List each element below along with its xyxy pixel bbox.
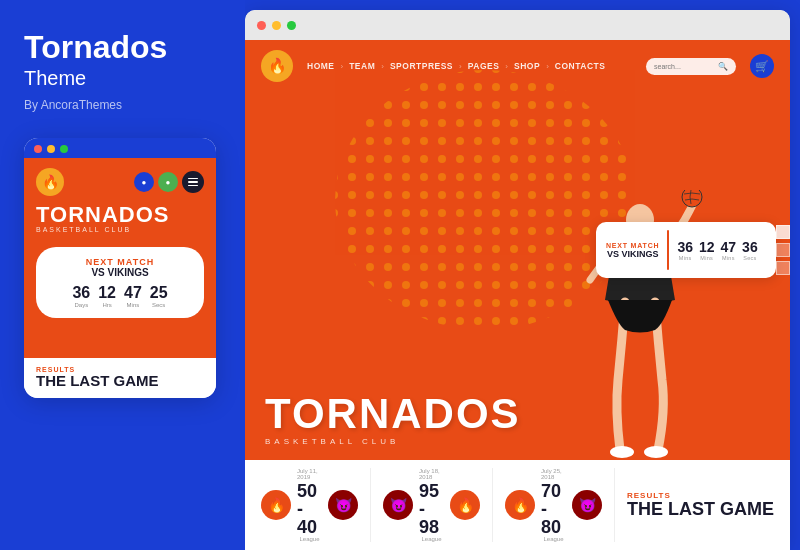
cart-icon[interactable]: 🛒 — [750, 54, 774, 78]
nav-sep: › — [546, 62, 549, 71]
nav-sportpress[interactable]: SPORTPRESS — [390, 61, 453, 71]
desktop-search-box[interactable]: 🔍 — [646, 58, 736, 75]
search-icon: 🔍 — [718, 62, 728, 71]
hamburger-line — [188, 185, 198, 187]
desktop-nav-links: HOME › TEAM › SPORTPRESS › PAGES › SHOP … — [307, 61, 632, 71]
match-num: 36 — [742, 239, 758, 255]
nav-pages[interactable]: PAGES — [468, 61, 500, 71]
hamburger-lines — [188, 178, 198, 187]
side-nav-item-2[interactable] — [776, 243, 790, 257]
mobile-topbar — [24, 138, 216, 158]
game-card-1: 🔥 July 11, 2019 50 - 40 League 😈 — [261, 468, 371, 542]
mobile-header-icons: ● ● — [134, 171, 204, 193]
match-num: 47 — [721, 239, 737, 255]
mobile-days-num: 36 — [72, 284, 90, 302]
browser-dot-green[interactable] — [287, 21, 296, 30]
mobile-days-label: Days — [74, 302, 88, 308]
match-lbl: Mins — [679, 255, 692, 261]
mobile-secs: 25 Secs — [150, 284, 168, 308]
mobile-mins: 47 Mins — [124, 284, 142, 308]
results-section: RESULTS THE LAST GAME — [627, 491, 774, 520]
theme-author: By AncoraThemes — [24, 98, 122, 112]
svg-point-4 — [644, 446, 668, 458]
team-logo-tornados-3: 🔥 — [505, 490, 535, 520]
nav-shop[interactable]: SHOP — [514, 61, 540, 71]
svg-point-3 — [610, 446, 634, 458]
nav-sep: › — [381, 62, 384, 71]
mobile-menu-button[interactable] — [182, 171, 204, 193]
game-date-2: July 18, 2018 — [419, 468, 444, 480]
browser-content: 🔥 HOME › TEAM › SPORTPRESS › PAGES › SHO… — [245, 40, 790, 550]
mobile-results-title: THE LAST GAME — [36, 373, 204, 390]
match-count-12: 12 Mins — [699, 239, 715, 261]
game-info-1: July 11, 2019 50 - 40 League — [297, 468, 322, 542]
browser-dot-red[interactable] — [257, 21, 266, 30]
match-count-36b: 36 Secs — [742, 239, 758, 261]
side-nav-item-3[interactable] — [776, 261, 790, 275]
bottom-section: 🔥 July 11, 2019 50 - 40 League 😈 😈 July … — [245, 460, 790, 550]
match-widget: NEXT MATCH VS VIKINGS 36 Mins 12 Mins 47 — [596, 222, 776, 278]
mobile-dot-yellow — [47, 145, 55, 153]
browser-panel: 🔥 HOME › TEAM › SPORTPRESS › PAGES › SHO… — [245, 10, 790, 550]
match-next-label: NEXT MATCH — [606, 242, 659, 249]
team-logo-tornados-2: 🔥 — [450, 490, 480, 520]
game-league-2: League — [421, 536, 441, 542]
nav-home[interactable]: HOME — [307, 61, 335, 71]
match-widget-info: NEXT MATCH VS VIKINGS — [606, 242, 659, 259]
match-lbl: Mins — [700, 255, 713, 261]
game-info-3: July 25, 2018 70 - 80 League — [541, 468, 566, 542]
mobile-blue-icon: ● — [134, 172, 154, 192]
mobile-next-match-label: NEXT MATCH — [48, 257, 192, 267]
hamburger-line — [188, 181, 198, 183]
desktop-logo-icon: 🔥 — [261, 50, 293, 82]
svg-point-5 — [682, 190, 702, 207]
hamburger-line — [188, 178, 198, 180]
results-title: THE LAST GAME — [627, 500, 774, 520]
mobile-club-name: BASKETBALL CLUB — [36, 226, 204, 233]
match-countdown: 36 Mins 12 Mins 47 Mins 36 Secs — [677, 239, 757, 261]
theme-subtitle: Theme — [24, 67, 86, 90]
mobile-footer: RESULTS THE LAST GAME — [24, 358, 216, 398]
browser-bar — [245, 10, 790, 40]
mobile-secs-num: 25 — [150, 284, 168, 302]
team-logo-vikings-1: 😈 — [328, 490, 358, 520]
mobile-team-name: TORNADOS — [36, 204, 204, 226]
nav-sep: › — [459, 62, 462, 71]
team-logo-vikings-3: 😈 — [572, 490, 602, 520]
mobile-countdown: 36 Days 12 Hrs 47 Mins 25 Secs — [48, 284, 192, 308]
game-date-1: July 11, 2019 — [297, 468, 322, 480]
match-num: 12 — [699, 239, 715, 255]
match-num: 36 — [677, 239, 693, 255]
match-divider — [667, 230, 669, 270]
match-lbl: Secs — [743, 255, 756, 261]
desktop-nav: 🔥 HOME › TEAM › SPORTPRESS › PAGES › SHO… — [245, 40, 790, 92]
nav-sep: › — [341, 62, 344, 71]
mobile-match-card: NEXT MATCH VS VIKINGS 36 Days 12 Hrs 47 … — [36, 247, 204, 318]
nav-contacts[interactable]: CONTACTS — [555, 61, 606, 71]
browser-dot-yellow[interactable] — [272, 21, 281, 30]
mobile-secs-label: Secs — [152, 302, 165, 308]
match-lbl: Mins — [722, 255, 735, 261]
mobile-header: 🔥 ● ● — [36, 168, 204, 196]
game-card-3: 🔥 July 25, 2018 70 - 80 League 😈 — [505, 468, 615, 542]
search-input[interactable] — [654, 63, 714, 70]
match-count-47: 47 Mins — [721, 239, 737, 261]
match-vs: VS VIKINGS — [606, 249, 659, 259]
mobile-mins-label: Mins — [127, 302, 140, 308]
game-score-3: 70 - 80 — [541, 482, 566, 536]
mobile-green-icon: ● — [158, 172, 178, 192]
mobile-mins-num: 47 — [124, 284, 142, 302]
nav-team[interactable]: TEAM — [349, 61, 375, 71]
left-panel: Tornados Theme By AncoraThemes 🔥 ● ● — [0, 0, 245, 550]
game-info-2: July 18, 2018 95 - 98 League — [419, 468, 444, 542]
game-score-1: 50 - 40 — [297, 482, 322, 536]
side-nav-item-1[interactable] — [776, 225, 790, 239]
hero-section: 🔥 HOME › TEAM › SPORTPRESS › PAGES › SHO… — [245, 40, 790, 460]
side-nav — [776, 225, 790, 275]
mobile-logo-icon: 🔥 — [36, 168, 64, 196]
nav-sep: › — [505, 62, 508, 71]
mobile-hrs-num: 12 — [98, 284, 116, 302]
game-league-1: League — [299, 536, 319, 542]
mobile-preview: 🔥 ● ● TORNADOS BASKETBALL CLUB — [24, 138, 216, 398]
mobile-vs: VS VIKINGS — [48, 267, 192, 278]
